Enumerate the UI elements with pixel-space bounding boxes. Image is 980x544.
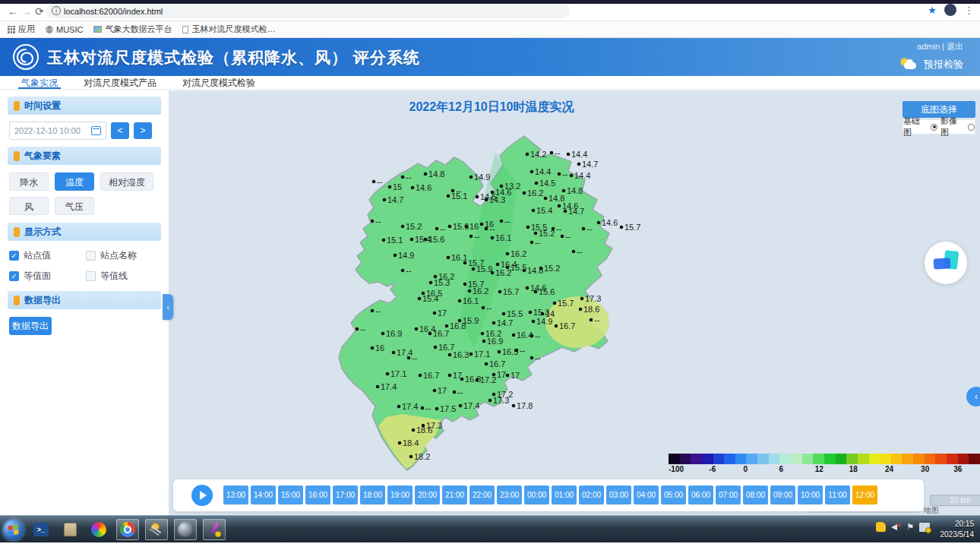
display-checkbox[interactable]: 站点名称 xyxy=(86,249,160,262)
back-icon[interactable]: ← xyxy=(8,5,18,17)
element-button[interactable]: 相对湿度 xyxy=(100,172,153,191)
colorbar-segment xyxy=(669,454,680,464)
weather-icon xyxy=(901,59,919,71)
tray-app-icon[interactable] xyxy=(876,522,886,532)
time-button-11:00[interactable]: 11:00 xyxy=(825,485,850,504)
forward-icon[interactable]: → xyxy=(21,5,32,17)
time-button-23:00[interactable]: 23:00 xyxy=(497,485,522,504)
profile-avatar[interactable] xyxy=(944,4,956,16)
reload-icon[interactable]: ⟳ xyxy=(35,5,44,17)
site-info-icon[interactable]: i xyxy=(52,6,61,15)
time-button-05:00[interactable]: 05:00 xyxy=(661,485,686,504)
logout-link[interactable]: 退出 xyxy=(947,42,963,51)
station-point xyxy=(561,235,564,239)
station-point xyxy=(506,252,510,256)
map-area[interactable]: 14.2--14.414.714.4--14.414.514.914.8----… xyxy=(169,90,980,515)
time-button-16:00[interactable]: 16:00 xyxy=(305,485,330,504)
basemap-imagery-label[interactable]: 影像图 xyxy=(940,115,965,138)
checkbox-icon[interactable]: ✓ xyxy=(9,271,19,281)
panel-title: 时间设置 xyxy=(24,100,61,112)
bookmark-music[interactable]: MUSIC xyxy=(46,25,83,34)
bookmark-apps[interactable]: 应用 xyxy=(8,24,35,35)
action-center-flag-icon[interactable]: ⚑ xyxy=(906,522,914,532)
bookmark-label: 应用 xyxy=(18,24,35,35)
station-value: -- xyxy=(555,148,561,157)
taskbar-media-app[interactable] xyxy=(87,519,110,540)
station-point xyxy=(480,223,484,226)
taskbar-powershell[interactable]: >_ xyxy=(30,519,52,540)
checkbox-icon[interactable]: ✓ xyxy=(9,251,19,261)
time-button-09:00[interactable]: 09:00 xyxy=(770,485,795,504)
time-button-14:00[interactable]: 14:00 xyxy=(251,485,276,504)
colorbar-segment xyxy=(836,454,847,464)
tab-weather-live[interactable]: 气象实况 xyxy=(18,76,61,89)
time-button-08:00[interactable]: 08:00 xyxy=(743,485,768,504)
datetime-input[interactable]: 2022-12-10 10:00 xyxy=(9,122,106,140)
tab-model-products[interactable]: 对流尺度模式产品 xyxy=(81,76,160,89)
element-button[interactable]: 温度 xyxy=(55,172,94,191)
basemap-imagery-radio[interactable] xyxy=(968,124,975,131)
time-button-06:00[interactable]: 06:00 xyxy=(688,485,713,504)
start-button[interactable] xyxy=(3,520,24,540)
taskbar-editor-app[interactable] xyxy=(203,519,226,540)
bookmark-yulin-system[interactable]: 玉林对流尺度模式检… xyxy=(182,24,275,35)
taskbar-server-app[interactable] xyxy=(58,519,81,540)
colorbar-segment xyxy=(757,454,769,464)
display-checkbox[interactable]: ✓等值面 xyxy=(9,270,83,283)
taskbar-clock[interactable]: 20:15 2023/5/14 xyxy=(940,519,975,540)
time-button-15:00[interactable]: 15:00 xyxy=(278,485,303,504)
colorbar-segment xyxy=(680,454,691,464)
station-point xyxy=(597,221,601,225)
time-button-01:00[interactable]: 01:00 xyxy=(552,485,577,504)
username[interactable]: admin xyxy=(917,42,940,51)
time-button-07:00[interactable]: 07:00 xyxy=(716,485,741,504)
checkbox-icon[interactable] xyxy=(86,251,96,261)
play-button[interactable] xyxy=(191,485,213,506)
basemap-basic-radio[interactable] xyxy=(931,124,937,131)
time-button-10:00[interactable]: 10:00 xyxy=(798,485,823,504)
panel-time-settings: 时间设置 xyxy=(8,96,161,115)
address-bar[interactable]: localhost:62000/index.html xyxy=(46,5,570,18)
time-button-20:00[interactable]: 20:00 xyxy=(415,485,440,504)
time-button-22:00[interactable]: 22:00 xyxy=(469,485,495,504)
todesk-float-logo[interactable] xyxy=(925,242,967,284)
element-button[interactable]: 风 xyxy=(9,197,49,215)
time-button-21:00[interactable]: 21:00 xyxy=(442,485,467,504)
bookmark-star-icon[interactable]: ★ xyxy=(928,5,937,16)
forecast-verify-link[interactable]: 预报检验 xyxy=(901,58,963,71)
data-export-button[interactable]: 数据导出 xyxy=(9,317,52,335)
station-point xyxy=(356,327,359,331)
time-button-19:00[interactable]: 19:00 xyxy=(387,485,413,504)
time-button-17:00[interactable]: 17:00 xyxy=(333,485,358,504)
station-value: 14.4 xyxy=(571,150,587,159)
volume-muted-icon[interactable]: ✕ xyxy=(891,522,901,532)
taskbar-chrome[interactable] xyxy=(116,519,139,540)
element-button[interactable]: 气压 xyxy=(55,197,94,215)
station-value: 17.4 xyxy=(463,401,479,410)
station-point xyxy=(407,356,411,360)
time-button-18:00[interactable]: 18:00 xyxy=(360,485,385,504)
checkbox-icon[interactable] xyxy=(86,271,96,281)
tab-model-verify[interactable]: 对流尺度模式检验 xyxy=(179,76,258,89)
display-checkbox[interactable]: 等值线 xyxy=(86,270,160,283)
display-checkbox[interactable]: ✓站点值 xyxy=(9,249,83,262)
time-button-02:00[interactable]: 02:00 xyxy=(579,485,604,504)
page-icon xyxy=(182,26,188,33)
taskbar-globe-app[interactable] xyxy=(174,519,197,540)
time-button-04:00[interactable]: 04:00 xyxy=(634,485,659,504)
station-value: 16.7 xyxy=(433,329,449,338)
time-button-00:00[interactable]: 00:00 xyxy=(524,485,549,504)
time-button-03:00[interactable]: 03:00 xyxy=(606,485,631,504)
browser-menu-icon[interactable]: ⋮ xyxy=(964,5,974,16)
bookmark-cloud-platform[interactable]: 气象大数据云平台 xyxy=(93,24,172,35)
time-button-13:00[interactable]: 13:00 xyxy=(223,485,248,504)
station-point xyxy=(412,429,416,432)
station-value: 17.8 xyxy=(517,401,533,410)
time-next-button[interactable]: > xyxy=(134,122,152,139)
taskbar-db-tool[interactable] xyxy=(145,519,168,540)
time-button-12:00[interactable]: 12:00 xyxy=(852,485,877,504)
element-button[interactable]: 降水 xyxy=(9,172,49,191)
network-warning-icon[interactable] xyxy=(919,523,930,532)
basemap-basic-label[interactable]: 基础图 xyxy=(903,115,928,138)
time-prev-button[interactable]: < xyxy=(111,122,129,139)
